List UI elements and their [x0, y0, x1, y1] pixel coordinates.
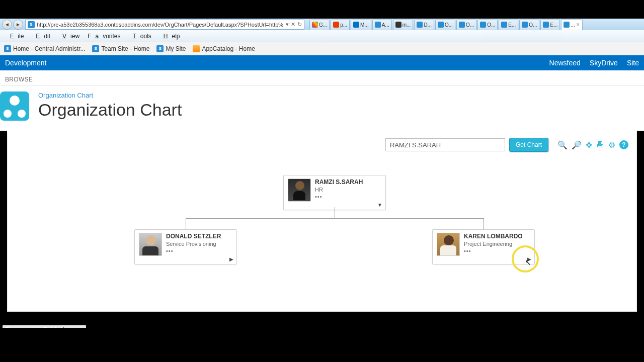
search-input[interactable] [385, 138, 505, 151]
menu-file[interactable]: File [2, 31, 28, 41]
connector [186, 218, 186, 229]
browser-tab[interactable]: D... [414, 20, 434, 30]
suite-left-label: Development [5, 59, 549, 67]
browser-tab[interactable]: G... [309, 20, 330, 30]
suite-link-sites[interactable]: Site [627, 59, 639, 67]
menu-favorites[interactable]: Favorites [84, 31, 124, 41]
node-name: RAMZI S.SARAH [315, 178, 381, 186]
settings-icon[interactable]: ⚙ [608, 140, 615, 150]
office-icon [333, 22, 339, 28]
ribbon-row: BROWSE [0, 70, 644, 85]
node-dept: Service Provisioning [166, 241, 232, 247]
page-header: Organization Chart Organization Chart [0, 85, 644, 131]
sharepoint-icon: S [156, 45, 164, 52]
browser-tab[interactable]: A... [372, 20, 392, 30]
browser-tab[interactable]: O... [477, 20, 498, 30]
sharepoint-icon [501, 22, 507, 28]
org-node-right[interactable]: KAREN LOMBARDO Project Engineering ••• ▶ [432, 229, 535, 264]
page-title: Organization Chart [38, 100, 182, 120]
addr-refresh-icon[interactable]: ↻ [297, 21, 302, 28]
browser-tab[interactable]: O... [456, 20, 476, 30]
breadcrumb[interactable]: Organization Chart [38, 92, 182, 99]
sharepoint-icon: S [4, 45, 11, 52]
sharepoint-icon [417, 22, 423, 28]
avatar [288, 178, 311, 202]
favorites-bar: SHome - Central Administr... STeam Site … [0, 42, 644, 55]
site-icon [395, 22, 401, 28]
browser-tab[interactable]: O... [519, 20, 539, 30]
sharepoint-favicon: S [28, 21, 35, 28]
app-icon [0, 92, 29, 121]
node-dept: HR [315, 187, 381, 193]
browser-tab[interactable]: E... [499, 20, 518, 30]
sharepoint-icon [522, 22, 528, 28]
mail-icon [353, 22, 359, 28]
print-icon[interactable]: 🖶 [596, 140, 604, 150]
fav-link[interactable]: AppCatalog - Home [193, 45, 255, 52]
get-chart-button[interactable]: Get Chart [509, 138, 548, 152]
node-name: KAREN LOMBARDO [464, 233, 530, 240]
node-dept: Project Engineering [464, 241, 530, 247]
nav-back-button[interactable]: ◄ [2, 20, 12, 30]
browser-tabs: G... p... M... A... m... D... O... O... … [309, 20, 642, 30]
chart-toolbar: Get Chart 🔍 🔎 ✥ 🖶 ⚙ ? [385, 138, 628, 152]
expand-down-icon[interactable]: ▼ [377, 202, 382, 208]
bottom-blackbar [0, 328, 644, 362]
avatar [139, 233, 162, 256]
tab-browse[interactable]: BROWSE [0, 74, 38, 85]
address-url: http://pre-a53e2b355368a3.contosoaddins.… [37, 22, 283, 28]
zoom-out-icon[interactable]: 🔎 [572, 140, 582, 150]
expand-right-icon[interactable]: ▶ [527, 256, 531, 262]
zoom-in-icon[interactable]: 🔍 [557, 140, 568, 150]
connector [335, 207, 335, 218]
expand-right-icon[interactable]: ▶ [229, 256, 233, 262]
sharepoint-icon [459, 22, 465, 28]
node-name: DONALD SETZLER [166, 233, 232, 240]
sharepoint-icon: S [92, 45, 99, 52]
menu-bar: File Edit View Favorites Tools Help [0, 30, 644, 42]
nav-forward-button[interactable]: ► [13, 20, 23, 30]
menu-tools[interactable]: Tools [124, 31, 155, 41]
avatar [437, 233, 460, 256]
sharepoint-icon [564, 22, 570, 28]
sharepoint-icon [438, 22, 444, 28]
node-dots: ••• [464, 248, 530, 254]
sharepoint-icon [480, 22, 486, 28]
fav-link[interactable]: SMy Site [156, 45, 186, 52]
window-top-blackbar [0, 0, 644, 19]
ie-icon [193, 45, 200, 52]
help-icon[interactable]: ? [619, 140, 628, 149]
fav-link[interactable]: SHome - Central Administr... [4, 45, 85, 52]
menu-help[interactable]: Help [155, 31, 184, 41]
browser-tab[interactable]: p... [331, 20, 350, 30]
addr-dropdown-icon[interactable]: ▾ [286, 21, 289, 28]
sharepoint-icon [375, 22, 381, 28]
browser-tab[interactable]: M... [351, 20, 371, 30]
browser-tab[interactable]: O... [435, 20, 455, 30]
fav-link[interactable]: STeam Site - Home [92, 45, 149, 52]
close-icon[interactable]: ✕ [576, 22, 580, 27]
suite-link-newsfeed[interactable]: Newsfeed [549, 59, 581, 67]
connector [186, 218, 484, 219]
browser-tab-active[interactable]: ...✕ [561, 20, 582, 30]
org-node-left[interactable]: DONALD SETZLER Service Provisioning ••• … [134, 229, 237, 264]
menu-view[interactable]: View [54, 31, 84, 41]
browser-tab[interactable]: E... [540, 20, 560, 30]
connector [484, 218, 484, 229]
org-node-root[interactable]: RAMZI S.SARAH HR ••• ▼ [283, 175, 386, 210]
addr-stop-icon[interactable]: ✕ [291, 21, 295, 28]
browser-tab[interactable]: m... [393, 20, 414, 30]
node-dots: ••• [166, 248, 232, 254]
google-icon [312, 22, 318, 28]
menu-edit[interactable]: Edit [28, 31, 54, 41]
address-bar[interactable]: S http://pre-a53e2b355368a3.contosoaddin… [25, 20, 304, 30]
fit-icon[interactable]: ✥ [586, 140, 592, 150]
sharepoint-icon [543, 22, 549, 28]
suite-link-skydrive[interactable]: SkyDrive [590, 59, 618, 67]
node-dots: ••• [315, 194, 381, 200]
content-area: Get Chart 🔍 🔎 ✥ 🖶 ⚙ ? RAMZI S.SARAH HR •… [7, 131, 637, 312]
sharepoint-suite-bar: Development Newsfeed SkyDrive Site [0, 55, 644, 70]
browser-chrome: ◄ ► S http://pre-a53e2b355368a3.contosoa… [0, 19, 644, 30]
